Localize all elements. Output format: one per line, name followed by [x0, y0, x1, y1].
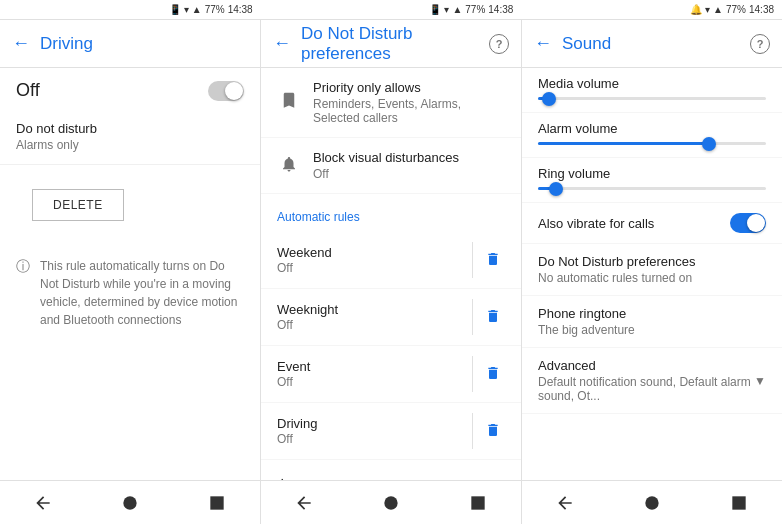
block-visual-icon	[277, 155, 301, 177]
dnd-icon: 🔔	[690, 4, 702, 15]
rule-actions-weeknight	[468, 299, 505, 335]
phone-ringtone-row[interactable]: Phone ringtone The big adventure	[522, 296, 782, 348]
media-volume-track[interactable]	[538, 97, 766, 100]
driving-dnd-subtitle: Alarms only	[16, 138, 244, 152]
alarm-volume-row: Alarm volume	[522, 113, 782, 158]
delete-weeknight-icon[interactable]	[481, 304, 505, 331]
alarm-volume-thumb	[702, 137, 716, 151]
nav-recent-left[interactable]	[207, 493, 227, 513]
block-visual-subtitle: Off	[313, 167, 505, 181]
sound-back-button[interactable]: ←	[534, 33, 552, 54]
battery-right: 77%	[726, 4, 746, 15]
rule-row-weekend[interactable]: Weekend Off	[261, 232, 521, 289]
phone-ringtone-subtitle: The big adventure	[538, 323, 766, 337]
sound-content: Media volume Alarm volume Ring volume	[522, 68, 782, 480]
advanced-content: Advanced Default notification sound, Def…	[538, 358, 754, 403]
dnd-prefs-title: Do Not Disturb preferences	[538, 254, 766, 269]
nav-back-left[interactable]	[33, 493, 53, 513]
driving-toggle-thumb	[225, 82, 243, 100]
rule-sub-weeknight: Off	[277, 318, 468, 332]
driving-content: Off Do not disturb Alarms only DELETE ⓘ …	[0, 68, 260, 480]
wifi-icon-r: ▾	[705, 4, 710, 15]
nav-section-left	[0, 481, 261, 524]
rule-sub-weekend: Off	[277, 261, 468, 275]
time-left: 14:38	[228, 4, 253, 15]
driving-toggle-label: Off	[16, 80, 40, 101]
status-bar-center: 📱 ▾ ▲ 77% 14:38	[261, 0, 522, 20]
rule-title-driving: Driving	[277, 416, 468, 431]
media-volume-thumb	[542, 92, 556, 106]
vibrate-calls-toggle[interactable]	[730, 213, 766, 233]
priority-content: Priority only allows Reminders, Events, …	[313, 80, 505, 125]
driving-back-button[interactable]: ←	[12, 33, 30, 54]
svg-rect-3	[471, 496, 484, 509]
wifi-icon: ▾	[184, 4, 189, 15]
panel-driving: ← Driving Off Do not disturb Alarms only…	[0, 20, 261, 480]
vibrate-calls-content: Also vibrate for calls	[538, 216, 730, 231]
signal-icon-c: ▲	[452, 4, 462, 15]
info-icon: ⓘ	[16, 258, 30, 329]
rule-row-weeknight[interactable]: Weeknight Off	[261, 289, 521, 346]
alarm-volume-fill	[538, 142, 709, 145]
phone-ringtone-content: Phone ringtone The big adventure	[538, 306, 766, 337]
wifi-icon-c: ▾	[444, 4, 449, 15]
delete-button-wrapper: DELETE	[0, 165, 260, 245]
info-text: This rule automatically turns on Do Not …	[40, 257, 244, 329]
driving-toggle-row: Off	[0, 68, 260, 113]
dnd-back-button[interactable]: ←	[273, 33, 291, 54]
nav-home-center[interactable]	[381, 493, 401, 513]
nav-recent-right[interactable]	[729, 493, 749, 513]
status-icons-center: 📱 ▾ ▲ 77% 14:38	[429, 4, 513, 15]
driving-toggle[interactable]	[208, 81, 244, 101]
dnd-prefs-content: Do Not Disturb preferences No automatic …	[538, 254, 766, 285]
ring-volume-title: Ring volume	[538, 166, 766, 181]
dnd-help-icon[interactable]: ?	[489, 34, 509, 54]
status-bar-left: 📱 ▾ ▲ 77% 14:38	[0, 0, 261, 20]
priority-icon	[277, 92, 301, 114]
panel-dnd: ← Do Not Disturb preferences ? Priority …	[261, 20, 522, 480]
priority-row[interactable]: Priority only allows Reminders, Events, …	[261, 68, 521, 138]
rule-actions-event	[468, 356, 505, 392]
divider-weeknight	[472, 299, 473, 335]
vibrate-calls-row[interactable]: Also vibrate for calls	[522, 203, 782, 244]
divider-driving	[472, 413, 473, 449]
rule-content-weekend: Weekend Off	[277, 245, 468, 275]
phone-ringtone-title: Phone ringtone	[538, 306, 766, 321]
rule-title-event: Event	[277, 359, 468, 374]
nav-home-right[interactable]	[642, 493, 662, 513]
divider-weekend	[472, 242, 473, 278]
advanced-title: Advanced	[538, 358, 754, 373]
priority-subtitle: Reminders, Events, Alarms, Selected call…	[313, 97, 505, 125]
nav-section-right	[522, 481, 782, 524]
delete-weekend-icon[interactable]	[481, 247, 505, 274]
sound-help-icon[interactable]: ?	[750, 34, 770, 54]
rule-sub-event: Off	[277, 375, 468, 389]
rule-row-driving[interactable]: Driving Off	[261, 403, 521, 460]
delete-event-icon[interactable]	[481, 361, 505, 388]
nav-back-center[interactable]	[294, 493, 314, 513]
vibrate-calls-thumb	[747, 214, 765, 232]
dnd-content: Priority only allows Reminders, Events, …	[261, 68, 521, 480]
delete-driving-icon[interactable]	[481, 418, 505, 445]
nav-back-right[interactable]	[555, 493, 575, 513]
rule-row-event[interactable]: Event Off	[261, 346, 521, 403]
panels-container: ← Driving Off Do not disturb Alarms only…	[0, 20, 782, 480]
priority-title: Priority only allows	[313, 80, 505, 95]
nav-home-left[interactable]	[120, 493, 140, 513]
add-more-row[interactable]: + Add more	[261, 460, 521, 480]
block-visual-row[interactable]: Block visual disturbances Off	[261, 138, 521, 194]
alarm-volume-track[interactable]	[538, 142, 766, 145]
sound-header: ← Sound ?	[522, 20, 782, 68]
advanced-subtitle: Default notification sound, Default alar…	[538, 375, 754, 403]
rule-sub-driving: Off	[277, 432, 468, 446]
status-bar-right: 🔔 ▾ ▲ 77% 14:38	[521, 0, 782, 20]
dnd-prefs-row[interactable]: Do Not Disturb preferences No automatic …	[522, 244, 782, 296]
nav-recent-center[interactable]	[468, 493, 488, 513]
nav-section-center	[261, 481, 522, 524]
time-right: 14:38	[749, 4, 774, 15]
advanced-row[interactable]: Advanced Default notification sound, Def…	[522, 348, 782, 414]
driving-dnd-row: Do not disturb Alarms only	[0, 113, 260, 165]
svg-rect-1	[210, 496, 223, 509]
ring-volume-track[interactable]	[538, 187, 766, 190]
delete-button[interactable]: DELETE	[32, 189, 124, 221]
